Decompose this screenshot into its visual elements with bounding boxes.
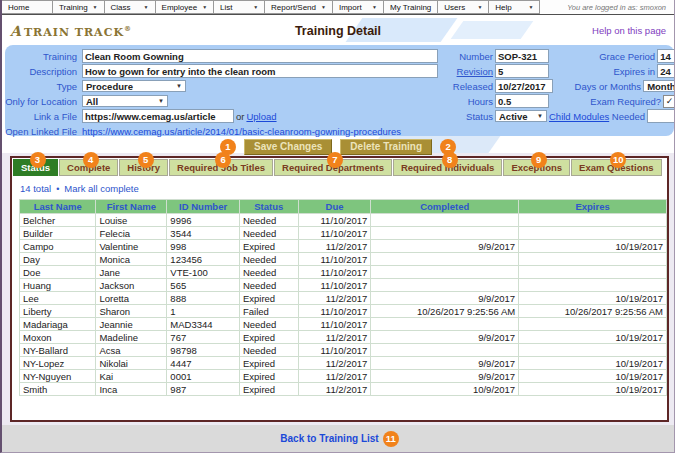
training-row: Training <box>5 49 445 63</box>
first-name-cell: Sharon <box>96 305 166 317</box>
hours-input[interactable] <box>495 94 549 108</box>
employee-link[interactable]: Madariaga <box>20 318 95 330</box>
status-cell: Expired <box>240 240 298 252</box>
employee-link[interactable]: NY-Ballard <box>20 344 95 356</box>
completed-cell: 9/9/2017 <box>371 292 518 304</box>
status-cell: Expired <box>240 357 298 369</box>
menu-item-training[interactable]: Training▼ <box>52 0 105 14</box>
due-cell: 11/2/2017 <box>299 357 371 369</box>
status-cell: Needed <box>240 266 298 278</box>
back-to-training-list-link[interactable]: Back to Training List <box>280 433 378 444</box>
expires-cell <box>519 344 666 356</box>
due-cell: 11/10/2017 <box>299 214 371 226</box>
delete-training-button[interactable]: Delete Training <box>340 139 432 155</box>
employee-link[interactable]: Belcher <box>20 214 95 226</box>
menu-item-employee[interactable]: Employee▼ <box>155 0 215 14</box>
menu-item-users[interactable]: Users▼ <box>437 0 489 14</box>
chevron-down-icon: ▼ <box>321 4 326 10</box>
open-linked-file-row: Open Linked File https://www.cemag.us/ar… <box>5 124 445 138</box>
completed-cell <box>371 227 518 239</box>
mark-all-complete-link[interactable]: Mark all complete <box>64 183 138 194</box>
chevron-down-icon: ▼ <box>253 4 258 10</box>
column-header-id-number: ID Number <box>167 200 239 213</box>
number-input[interactable] <box>495 49 549 63</box>
location-row: Only for Location All▼ <box>5 94 445 108</box>
grace-period-label: Grace Period <box>551 51 655 62</box>
expires-cell: 10/19/2017 <box>519 370 666 382</box>
child-modules-link[interactable]: Child Modules <box>549 111 609 122</box>
status-table-body: BelcherLouise9996Needed11/10/2017Builder… <box>20 214 666 395</box>
chevron-down-icon: ▼ <box>202 4 207 10</box>
employee-link[interactable]: NY-Nguyen <box>20 370 95 382</box>
open-linked-file-link[interactable]: https://www.cemag.us/article/2014/01/bas… <box>82 126 401 137</box>
employee-link[interactable]: NY-Lopez <box>20 357 95 369</box>
first-name-cell: Loretta <box>96 292 166 304</box>
table-row: NY-NguyenKai0001Expired11/2/20179/9/2017… <box>20 370 666 382</box>
employee-link[interactable]: Day <box>20 253 95 265</box>
released-input[interactable] <box>495 79 553 93</box>
callout-9: 9 <box>531 152 547 168</box>
chevron-down-icon: ▼ <box>537 113 543 119</box>
expires-in-input[interactable] <box>657 64 675 78</box>
employee-link[interactable]: Lee <box>20 292 95 304</box>
menu-item-label: Training <box>59 3 88 12</box>
table-row: LibertySharon1Failed11/10/201710/26/2017… <box>20 305 666 317</box>
status-cell: Needed <box>240 344 298 356</box>
employee-link[interactable]: Smith <box>20 383 95 395</box>
number-grace-row: Number Grace Period <box>445 49 675 63</box>
menu-item-my-training[interactable]: My Training <box>383 0 438 14</box>
save-changes-button[interactable]: Save Changes <box>244 139 332 155</box>
id-number-cell: 98798 <box>167 344 239 356</box>
column-header-expires: Expires <box>519 200 666 213</box>
employee-link[interactable]: Huang <box>20 279 95 291</box>
expires-cell <box>519 279 666 291</box>
menu-item-help[interactable]: Help▼ <box>488 0 540 14</box>
id-number-cell: 1 <box>167 305 239 317</box>
link-file-input[interactable] <box>82 109 234 123</box>
upload-link[interactable]: Upload <box>246 111 276 122</box>
employee-link[interactable]: Liberty <box>20 305 95 317</box>
callout-3: 3 <box>30 152 46 168</box>
checkmark-icon: ✓ <box>666 96 674 106</box>
first-name-cell: Louise <box>96 214 166 226</box>
due-cell: 11/2/2017 <box>299 292 371 304</box>
revision-link[interactable]: Revision <box>445 66 493 77</box>
completed-cell <box>371 214 518 226</box>
location-select[interactable]: All▼ <box>82 95 168 107</box>
menu-item-import[interactable]: Import▼ <box>332 0 384 14</box>
id-number-cell: 888 <box>167 292 239 304</box>
employee-link[interactable]: Moxon <box>20 331 95 343</box>
menu-item-class[interactable]: Class▼ <box>104 0 156 14</box>
or-text: or <box>236 111 244 122</box>
revision-input[interactable] <box>495 64 549 78</box>
expires-cell <box>519 318 666 330</box>
exam-required-checkbox[interactable]: ✓ <box>663 95 675 108</box>
grace-period-input[interactable] <box>657 49 675 63</box>
menu-item-report-send[interactable]: Report/Send▼ <box>264 0 333 14</box>
due-cell: 11/10/2017 <box>299 266 371 278</box>
table-row: DayMonica123456Needed11/10/2017 <box>20 253 666 265</box>
training-input[interactable] <box>82 49 438 63</box>
menu-item-list[interactable]: List▼ <box>213 0 265 14</box>
link-file-row: Link a File or Upload <box>5 109 445 123</box>
menu-item-label: List <box>220 3 232 12</box>
menu-item-home[interactable]: Home <box>1 0 53 14</box>
id-number-cell: VTE-100 <box>167 266 239 278</box>
days-or-months-select[interactable]: Months▼ <box>643 80 675 92</box>
description-input[interactable] <box>82 64 438 78</box>
type-select[interactable]: Procedure▼ <box>82 80 186 92</box>
status-select[interactable]: Active▼ <box>495 110 547 122</box>
needed-input[interactable] <box>647 109 675 123</box>
status-childmodules-row: Status Active▼ Child Modules Needed <box>445 109 675 123</box>
employee-link[interactable]: Doe <box>20 266 95 278</box>
due-cell: 11/2/2017 <box>299 240 371 252</box>
help-on-this-page-link[interactable]: Help on this page <box>592 25 666 36</box>
due-cell: 11/10/2017 <box>299 344 371 356</box>
id-number-cell: 9996 <box>167 214 239 226</box>
chevron-down-icon: ▼ <box>477 4 482 10</box>
callout-8: 8 <box>442 152 458 168</box>
table-row: MadariagaJeannieMAD3344Needed11/10/2017 <box>20 318 666 330</box>
due-cell: 11/2/2017 <box>299 331 371 343</box>
employee-link[interactable]: Campo <box>20 240 95 252</box>
employee-link[interactable]: Builder <box>20 227 95 239</box>
